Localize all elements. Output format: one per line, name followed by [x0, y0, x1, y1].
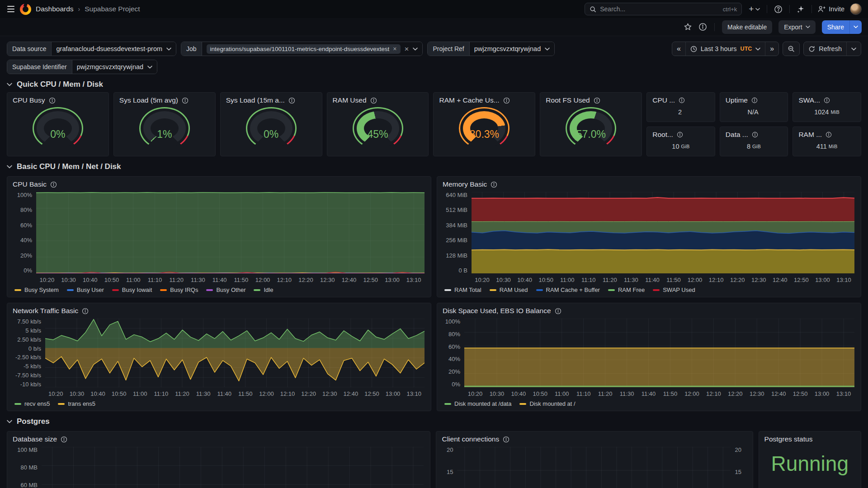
breadcrumb-dashboards[interactable]: Dashboards [36, 5, 74, 13]
info-icon[interactable] [82, 308, 89, 314]
section-postgres[interactable]: Postgres [7, 414, 861, 429]
x-tick: 12:30 [322, 390, 337, 397]
disk-space-chart: 100%80%60%40%20%0%10:2010:3010:4010:5011… [437, 317, 861, 408]
y-tick: 20% [448, 369, 460, 375]
legend-item[interactable]: Busy Other [206, 286, 245, 293]
y-tick: 80% [20, 207, 32, 213]
section-quick-cpu-mem-disk[interactable]: Quick CPU / Mem / Disk [7, 77, 861, 92]
project-ref-value[interactable]: pwjzmgcsvzxtqrywjnad [470, 42, 554, 56]
info-icon[interactable] [491, 181, 497, 188]
time-shift-forward-button[interactable]: » [765, 42, 778, 56]
legend-item[interactable]: RAM Total [444, 286, 481, 293]
info-icon[interactable] [751, 97, 758, 103]
legend-item[interactable]: Disk mounted at /data [444, 400, 511, 407]
data-source-value[interactable]: grafanacloud-dsuessdevextest-prom [52, 42, 176, 56]
legend-item[interactable]: RAM Used [490, 286, 528, 293]
x-tick: 13:00 [815, 277, 830, 283]
legend-item[interactable]: Busy Iowait [112, 286, 152, 293]
refresh-interval-button[interactable] [847, 42, 861, 56]
y-tick: 60% [20, 222, 32, 228]
legend-item[interactable]: Busy IRQs [160, 286, 198, 293]
refresh-button[interactable]: Refresh [804, 42, 847, 56]
menu-icon[interactable] [6, 5, 15, 13]
info-icon[interactable] [50, 181, 57, 188]
job-value[interactable]: integrations/supabase/1001101-metrics-en… [202, 42, 423, 56]
share-dropdown-button[interactable] [849, 20, 862, 34]
chevron-down-icon [755, 47, 760, 51]
info-icon[interactable] [503, 97, 510, 104]
chart-legend: Disk mounted at /dataDisk mounted at / [443, 397, 854, 408]
stat-value: 10GiB [647, 141, 715, 156]
panel-client-connections: Client connections 2015105020151050 [436, 431, 753, 488]
info-icon[interactable] [824, 97, 830, 103]
panel-cpu-cores: CPU ... 2 [646, 92, 715, 122]
legend-item[interactable]: recv ens5 [14, 400, 50, 407]
info-icon[interactable] [61, 436, 67, 443]
clear-job-icon[interactable]: × [405, 45, 409, 53]
x-tick: 11:30 [620, 390, 634, 397]
zoom-out-button[interactable] [783, 42, 800, 56]
info-icon[interactable] [677, 131, 683, 138]
ai-sparkle-icon[interactable] [795, 4, 806, 14]
time-shift-back-button[interactable]: « [672, 42, 686, 56]
x-tick: 11:20 [175, 390, 189, 397]
chevron-down-icon [755, 8, 760, 11]
grafana-logo[interactable] [20, 4, 31, 15]
x-tick: 10:50 [533, 390, 548, 397]
legend-item[interactable]: trans ens5 [58, 400, 95, 407]
x-tick: 11:30 [624, 277, 638, 283]
info-icon[interactable] [555, 308, 561, 314]
info-icon[interactable] [288, 97, 295, 104]
x-tick: 11:50 [666, 277, 681, 283]
invite-button[interactable]: Invite [817, 5, 844, 13]
legend-item[interactable]: Busy User [67, 286, 104, 293]
legend-item[interactable]: RAM Free [608, 286, 645, 293]
legend-item[interactable]: Idle [254, 286, 273, 293]
time-range-picker: « Last 3 hours UTC » [672, 42, 779, 56]
remove-job-icon[interactable]: × [393, 46, 396, 52]
panel-ram-total: RAM ... 411MiB [793, 127, 861, 156]
info-icon[interactable] [594, 97, 600, 104]
panel-network-traffic: Network Traffic Basic 7.50 kb/s5 kb/s2.5… [7, 303, 431, 411]
info-icon[interactable] [182, 97, 189, 104]
y-tick: 0 b/s [28, 346, 41, 352]
supabase-identifier-value[interactable]: pwjzmgcsvzxtqrywjnad [72, 60, 157, 74]
search-shortcut: ctrl+k [723, 6, 737, 13]
y-tick: 512 MiB [446, 207, 467, 213]
legend-item[interactable]: Busy System [14, 286, 59, 293]
help-icon[interactable] [773, 4, 784, 15]
legend-item[interactable]: Disk mounted at / [519, 400, 575, 407]
search-icon [590, 6, 596, 13]
make-editable-button[interactable]: Make editable [722, 20, 772, 34]
info-icon[interactable] [370, 97, 377, 104]
divider [767, 5, 767, 13]
x-tick: 10:20 [468, 390, 483, 397]
data-source-picker: Data source grafanacloud-dsuessdevextest… [7, 42, 176, 56]
info-icon[interactable] [679, 97, 685, 103]
chevron-down-icon [7, 165, 12, 169]
info-icon[interactable] [826, 131, 832, 138]
search-field[interactable] [600, 5, 719, 13]
stat-value: 1024MiB [793, 106, 861, 122]
export-button[interactable]: Export [778, 20, 815, 34]
add-button[interactable]: + [747, 3, 761, 15]
x-tick: 10:20 [475, 277, 490, 283]
x-tick: 10:30 [490, 390, 505, 397]
panel-info-icon[interactable] [698, 23, 707, 31]
chart-legend: RAM TotalRAM UsedRAM Cache + BufferRAM F… [443, 283, 854, 294]
y-tick: 100% [445, 319, 460, 324]
x-tick: 11:20 [598, 390, 613, 397]
star-icon[interactable] [684, 23, 692, 31]
x-tick: 11:00 [133, 390, 147, 397]
legend-item[interactable]: SWAP Used [653, 286, 695, 293]
info-icon[interactable] [503, 436, 509, 443]
legend-item[interactable]: RAM Cache + Buffer [536, 286, 600, 293]
search-input[interactable]: ctrl+k [585, 3, 742, 15]
info-icon[interactable] [752, 131, 758, 138]
share-button[interactable]: Share [822, 20, 849, 34]
info-icon[interactable] [49, 97, 56, 104]
user-avatar[interactable] [850, 3, 862, 15]
stat-value: 2 [647, 106, 715, 122]
section-basic-cpu-mem-net-disk[interactable]: Basic CPU / Mem / Net / Disk [7, 159, 861, 174]
time-range-button[interactable]: Last 3 hours UTC [686, 42, 766, 56]
